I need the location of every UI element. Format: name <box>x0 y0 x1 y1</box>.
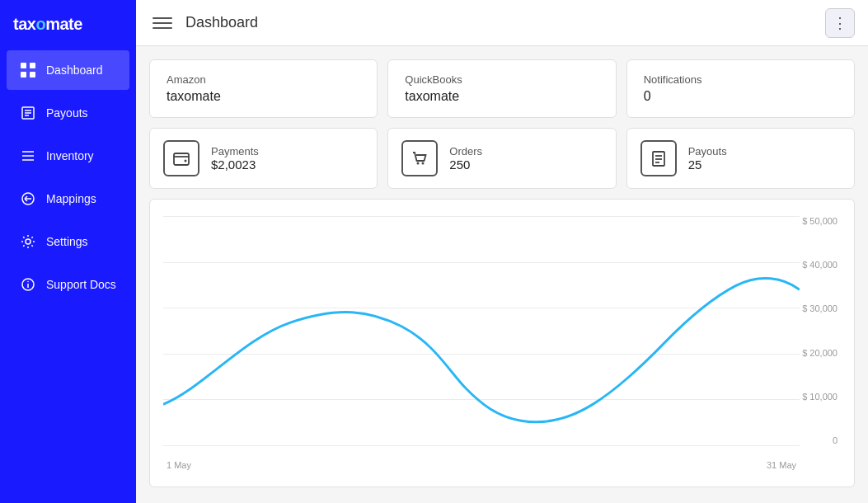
sidebar-item-mappings[interactable]: Mappings <box>7 179 129 219</box>
amazon-card-title: Amazon <box>167 73 360 86</box>
svg-rect-19 <box>174 153 189 165</box>
y-label: $ 10,000 <box>802 392 838 402</box>
notifications-card-value: 0 <box>644 89 838 104</box>
quickbooks-card: QuickBooks taxomate <box>387 59 616 118</box>
sidebar-item-label: Payouts <box>46 106 88 120</box>
svg-rect-3 <box>30 72 35 78</box>
orders-card: Orders 250 <box>387 128 616 189</box>
metric-cards-row: Payments $2,0023 Orders 250 <box>149 128 855 189</box>
svg-point-18 <box>27 281 29 283</box>
chart-y-labels: $ 50,000 $ 40,000 $ 30,000 $ 20,000 $ 10… <box>802 216 841 445</box>
sidebar-item-payouts[interactable]: Payouts <box>7 93 129 133</box>
main-content: Dashboard ⋮ Amazon taxomate QuickBooks t… <box>136 0 868 503</box>
payouts-card: Payouts 25 <box>626 128 855 189</box>
logo-x: o <box>35 15 45 33</box>
svg-point-22 <box>422 162 425 165</box>
page-title: Dashboard <box>185 14 815 31</box>
arrows-icon <box>20 190 36 207</box>
clipboard-icon <box>640 140 677 176</box>
header: Dashboard ⋮ <box>136 0 868 46</box>
more-button[interactable]: ⋮ <box>825 8 855 38</box>
summary-cards-row: Amazon taxomate QuickBooks taxomate Noti… <box>149 59 855 118</box>
amazon-card-value: taxomate <box>167 89 360 104</box>
sidebar-item-settings[interactable]: Settings <box>7 222 129 261</box>
sidebar: taxomate Dashboard Payouts <box>0 0 136 503</box>
payments-label: Payments <box>211 145 259 157</box>
quickbooks-card-value: taxomate <box>405 89 598 104</box>
y-label: $ 20,000 <box>802 348 838 358</box>
sidebar-item-label: Dashboard <box>46 63 103 77</box>
y-label: 0 <box>833 435 838 445</box>
logo-text: taxomate <box>13 15 82 33</box>
sidebar-item-label: Support Docs <box>46 278 116 291</box>
svg-rect-2 <box>21 72 26 78</box>
svg-point-20 <box>185 160 187 162</box>
amazon-card: Amazon taxomate <box>149 59 378 118</box>
svg-rect-0 <box>21 63 26 68</box>
sidebar-item-label: Settings <box>46 235 88 248</box>
payouts-card-text: Payouts 25 <box>688 145 727 172</box>
logo: taxomate <box>0 0 136 49</box>
content: Amazon taxomate QuickBooks taxomate Noti… <box>136 46 868 503</box>
gear-icon <box>20 233 36 250</box>
chart-line-svg <box>163 216 800 445</box>
notifications-card-title: Notifications <box>644 73 838 86</box>
info-icon <box>20 276 36 293</box>
payouts-label: Payouts <box>688 145 727 157</box>
svg-point-21 <box>417 162 420 165</box>
x-label-end: 31 May <box>767 460 796 470</box>
svg-rect-1 <box>30 63 35 68</box>
y-label: $ 30,000 <box>802 303 838 313</box>
sidebar-item-label: Inventory <box>46 149 94 162</box>
sidebar-item-support-docs[interactable]: Support Docs <box>7 265 129 304</box>
menu-line <box>152 17 172 19</box>
list-icon <box>20 148 36 164</box>
svg-point-15 <box>26 239 30 244</box>
notifications-card: Notifications 0 <box>626 59 855 118</box>
chart-x-labels: 1 May 31 May <box>163 460 800 470</box>
bill-icon <box>20 105 36 121</box>
menu-line <box>152 22 172 24</box>
orders-value: 250 <box>449 157 482 172</box>
sidebar-item-inventory[interactable]: Inventory <box>7 136 129 176</box>
wallet-icon <box>163 140 199 176</box>
payments-value: $2,0023 <box>211 157 259 172</box>
grid-line <box>163 445 800 446</box>
payouts-value: 25 <box>688 157 727 172</box>
orders-label: Orders <box>449 145 482 157</box>
x-label-start: 1 May <box>167 460 191 470</box>
quickbooks-card-title: QuickBooks <box>405 73 598 86</box>
menu-button[interactable] <box>149 10 176 36</box>
sidebar-item-label: Mappings <box>46 192 96 205</box>
payments-card-text: Payments $2,0023 <box>211 145 259 172</box>
y-label: $ 40,000 <box>802 260 838 270</box>
menu-line <box>152 27 172 29</box>
chart-container: $ 50,000 $ 40,000 $ 30,000 $ 20,000 $ 10… <box>149 199 855 487</box>
orders-card-text: Orders 250 <box>449 145 482 172</box>
y-label: $ 50,000 <box>802 216 838 226</box>
grid-icon <box>20 62 36 78</box>
chart-area: $ 50,000 $ 40,000 $ 30,000 $ 20,000 $ 10… <box>163 216 841 470</box>
cart-icon <box>401 140 438 176</box>
payments-card: Payments $2,0023 <box>149 128 378 189</box>
sidebar-item-dashboard[interactable]: Dashboard <box>7 50 129 90</box>
